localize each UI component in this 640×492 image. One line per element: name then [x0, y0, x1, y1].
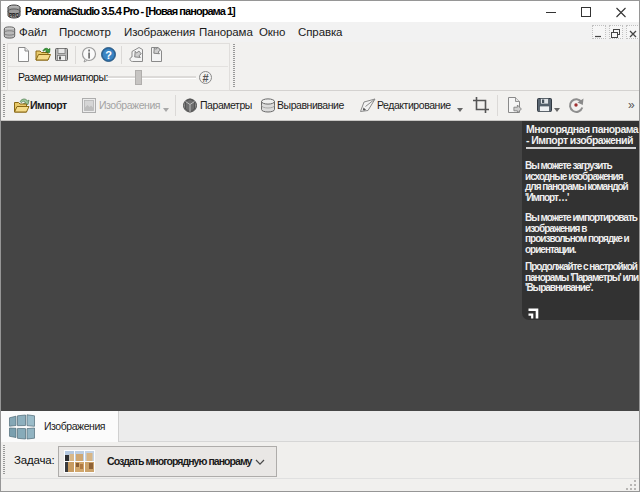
svg-text:PRO: PRO	[9, 13, 19, 18]
svg-text:?: ?	[105, 49, 112, 61]
